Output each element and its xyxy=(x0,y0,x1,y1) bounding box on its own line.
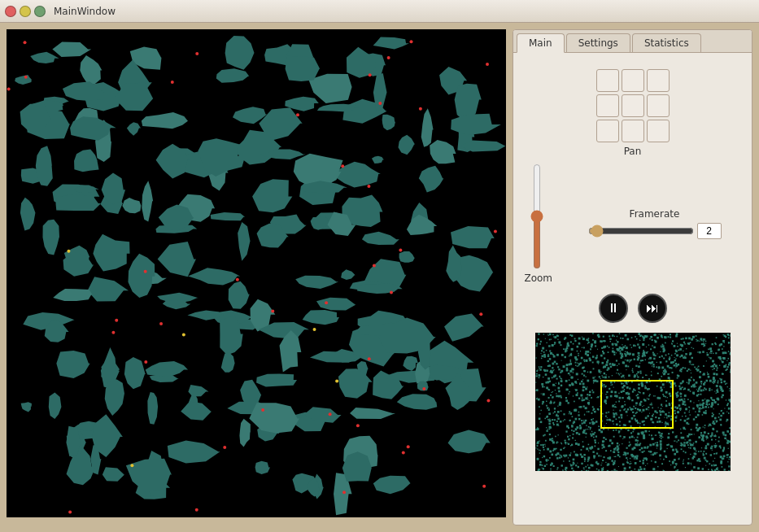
main-content: Main Settings Statistics xyxy=(0,23,759,532)
tab-bar: Main Settings Statistics xyxy=(513,30,752,53)
window-title: MainWindow xyxy=(54,6,116,17)
pause-button[interactable]: ⏸ xyxy=(599,294,628,323)
maximize-button[interactable] xyxy=(34,6,46,17)
pan-up[interactable] xyxy=(622,69,644,92)
panel-content: Pan Zoom Framerate 2 xyxy=(513,53,752,525)
framerate-row: 2 xyxy=(588,223,722,239)
zoom-framerate-row: Zoom Framerate 2 xyxy=(521,164,744,284)
zoom-label: Zoom xyxy=(521,273,552,284)
right-panel: Main Settings Statistics xyxy=(513,29,752,525)
window-controls[interactable] xyxy=(5,6,46,17)
minimize-button[interactable] xyxy=(20,6,31,17)
pan-section: Pan xyxy=(596,69,670,157)
pan-tl[interactable] xyxy=(596,69,619,92)
simulation-canvas[interactable] xyxy=(7,29,506,517)
pan-bl[interactable] xyxy=(596,120,619,142)
pan-tr[interactable] xyxy=(647,69,670,92)
tab-statistics[interactable]: Statistics xyxy=(632,33,701,52)
titlebar: MainWindow xyxy=(0,0,759,23)
framerate-label: Framerate xyxy=(630,208,680,220)
minimap xyxy=(535,333,731,471)
game-canvas[interactable] xyxy=(7,29,506,517)
control-buttons: ⏸ ⏭ xyxy=(599,294,667,323)
framerate-section: Framerate 2 xyxy=(565,208,744,239)
next-button[interactable]: ⏭ xyxy=(638,294,667,323)
pan-down[interactable] xyxy=(622,120,644,142)
pan-grid[interactable] xyxy=(596,69,670,142)
tab-main[interactable]: Main xyxy=(517,33,565,53)
pan-left[interactable] xyxy=(596,94,619,117)
framerate-slider[interactable] xyxy=(588,225,694,238)
zoom-section: Zoom xyxy=(521,164,552,284)
framerate-value-input[interactable]: 2 xyxy=(697,223,722,239)
close-button[interactable] xyxy=(5,6,16,17)
zoom-slider-wrap xyxy=(530,164,544,269)
tab-settings[interactable]: Settings xyxy=(566,33,630,52)
pan-center[interactable] xyxy=(622,94,644,117)
minimap-canvas xyxy=(535,333,731,471)
pan-label: Pan xyxy=(624,146,642,157)
zoom-slider[interactable] xyxy=(530,164,544,269)
pan-right[interactable] xyxy=(647,94,670,117)
pan-br[interactable] xyxy=(647,120,670,142)
